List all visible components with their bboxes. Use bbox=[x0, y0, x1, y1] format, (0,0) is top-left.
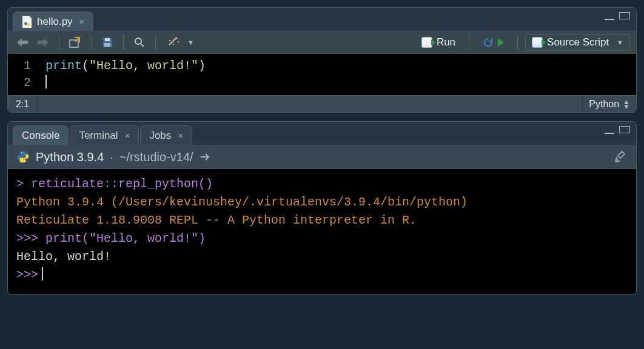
svg-rect-4 bbox=[104, 43, 110, 47]
run-icon bbox=[421, 37, 432, 48]
console-prompt: >>> bbox=[16, 231, 38, 245]
svg-point-0 bbox=[24, 22, 27, 25]
text-cursor bbox=[45, 75, 47, 88]
svg-point-10 bbox=[21, 152, 22, 153]
run-label: Run bbox=[437, 36, 455, 48]
code-token-paren: ) bbox=[198, 59, 206, 73]
console-line: print("Hello, world!") bbox=[38, 231, 206, 245]
run-button[interactable]: Run bbox=[415, 34, 461, 51]
python-file-icon bbox=[22, 16, 33, 28]
tab-label: Terminal bbox=[79, 130, 118, 142]
forward-button[interactable] bbox=[35, 35, 52, 50]
text-cursor bbox=[42, 267, 43, 281]
svg-point-7 bbox=[169, 40, 170, 41]
separator-dot: · bbox=[110, 150, 113, 164]
console-tabbar: Console Terminal × Jobs × bbox=[8, 122, 636, 145]
code-token-fn: print bbox=[45, 59, 82, 73]
console-line: Hello, world! bbox=[16, 248, 628, 266]
console-pane: Console Terminal × Jobs × Python 3.9.4 ·… bbox=[7, 121, 637, 294]
file-tab-label: hello.py bbox=[37, 16, 73, 28]
svg-point-1 bbox=[27, 23, 30, 26]
minimize-icon[interactable] bbox=[605, 16, 614, 20]
line-number: 2 bbox=[24, 75, 31, 91]
chevron-down-icon: ▼ bbox=[613, 39, 623, 46]
line-gutter: 1 2 bbox=[8, 54, 39, 95]
tab-terminal[interactable]: Terminal × bbox=[70, 125, 139, 145]
python-version: Python 3.9.4 bbox=[36, 150, 104, 164]
tab-label: Console bbox=[22, 130, 59, 142]
source-script-button[interactable]: Source Script ▼ bbox=[525, 34, 630, 51]
code-editor[interactable]: 1 2 print("Hello, world!") bbox=[8, 54, 636, 95]
tab-console[interactable]: Console bbox=[13, 125, 69, 145]
svg-point-6 bbox=[175, 37, 177, 39]
file-tab-hello-py[interactable]: hello.py × bbox=[13, 12, 93, 31]
svg-point-8 bbox=[178, 41, 179, 42]
console-line: Reticulate 1.18.9008 REPL -- A Python in… bbox=[16, 211, 628, 230]
maximize-icon[interactable] bbox=[619, 12, 630, 19]
language-selector[interactable]: Python ▲▼ bbox=[582, 96, 636, 112]
code-token-string: "Hello, world!" bbox=[89, 59, 198, 73]
save-button[interactable] bbox=[99, 35, 116, 50]
separator bbox=[155, 35, 156, 50]
console-prompt: > bbox=[16, 177, 24, 191]
code-token-paren: ( bbox=[82, 59, 89, 73]
editor-tabbar: hello.py × bbox=[8, 8, 636, 31]
line-number: 1 bbox=[24, 58, 31, 75]
console-line: Python 3.9.4 (/Users/kevinushey/.virtual… bbox=[16, 193, 628, 211]
minimize-icon[interactable] bbox=[605, 130, 614, 134]
play-icon bbox=[498, 38, 504, 47]
svg-point-11 bbox=[24, 161, 25, 162]
source-label: Source Script bbox=[547, 36, 609, 48]
console-output[interactable]: > reticulate::repl_python() Python 3.9.4… bbox=[8, 169, 636, 294]
svg-rect-3 bbox=[105, 38, 110, 41]
find-button[interactable] bbox=[131, 35, 148, 50]
goto-dir-button[interactable] bbox=[200, 152, 212, 162]
separator bbox=[59, 35, 59, 50]
separator bbox=[517, 35, 518, 50]
separator bbox=[91, 35, 92, 50]
back-button[interactable] bbox=[14, 35, 31, 50]
close-icon[interactable]: × bbox=[178, 130, 183, 141]
editor-pane: hello.py × ▼ bbox=[7, 7, 637, 113]
language-label: Python bbox=[589, 99, 619, 110]
tab-jobs[interactable]: Jobs × bbox=[140, 125, 192, 145]
close-icon[interactable]: × bbox=[125, 130, 130, 141]
python-icon bbox=[16, 150, 30, 164]
tab-label: Jobs bbox=[149, 130, 171, 142]
editor-toolbar: ▼ Run Source Script ▼ bbox=[8, 31, 636, 54]
source-icon bbox=[532, 37, 543, 48]
console-header: Python 3.9.4 · ~/rstudio-v14/ bbox=[8, 145, 636, 169]
maximize-icon[interactable] bbox=[619, 126, 630, 133]
rerun-button[interactable] bbox=[477, 34, 510, 51]
console-prompt: >>> bbox=[16, 268, 38, 282]
clear-console-button[interactable] bbox=[614, 150, 628, 164]
console-line: reticulate::repl_python() bbox=[24, 177, 213, 191]
code-tools-button[interactable]: ▼ bbox=[163, 35, 198, 50]
sort-icon: ▲▼ bbox=[623, 99, 630, 109]
separator bbox=[123, 35, 124, 50]
svg-point-5 bbox=[135, 38, 141, 44]
svg-rect-2 bbox=[70, 40, 78, 47]
show-in-new-window-button[interactable] bbox=[67, 35, 84, 50]
editor-statusbar: 2:1 Python ▲▼ bbox=[8, 95, 636, 112]
close-icon[interactable]: × bbox=[79, 16, 85, 27]
svg-point-9 bbox=[173, 44, 174, 45]
rerun-icon bbox=[483, 37, 494, 48]
separator bbox=[469, 35, 469, 50]
working-dir: ~/rstudio-v14/ bbox=[119, 150, 193, 164]
chevron-down-icon: ▼ bbox=[184, 39, 194, 46]
cursor-position[interactable]: 2:1 bbox=[8, 96, 37, 112]
